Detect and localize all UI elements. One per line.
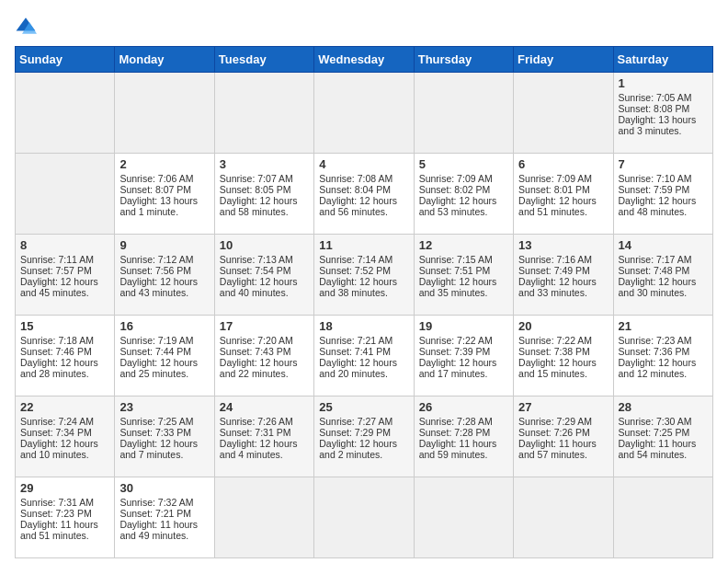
header-day-friday: Friday (514, 47, 613, 73)
day-number: 11 (319, 238, 408, 252)
calendar-week-row: 15Sunrise: 7:18 AMSunset: 7:46 PMDayligh… (16, 316, 713, 396)
calendar-cell: 30Sunrise: 7:32 AMSunset: 7:21 PMDayligh… (115, 477, 214, 558)
day-content: Sunrise: 7:11 AM (20, 254, 109, 265)
calendar-week-row: 1Sunrise: 7:05 AMSunset: 8:08 PMDaylight… (16, 73, 713, 154)
calendar-cell: 20Sunrise: 7:22 AMSunset: 7:38 PMDayligh… (514, 316, 613, 396)
calendar-cell: 14Sunrise: 7:17 AMSunset: 7:48 PMDayligh… (613, 235, 712, 316)
day-content: Sunset: 7:54 PM (220, 265, 309, 276)
day-content: Daylight: 12 hours and 43 minutes. (119, 276, 209, 298)
calendar-cell: 16Sunrise: 7:19 AMSunset: 7:44 PMDayligh… (115, 316, 214, 396)
day-content: Sunset: 8:08 PM (619, 103, 708, 114)
day-number: 7 (619, 157, 708, 171)
calendar-cell (414, 477, 513, 558)
day-content: Daylight: 12 hours and 58 minutes. (220, 195, 309, 217)
day-content: Sunset: 7:33 PM (119, 427, 209, 438)
calendar-cell: 21Sunrise: 7:23 AMSunset: 7:36 PMDayligh… (613, 316, 712, 396)
day-content: Sunset: 7:44 PM (119, 346, 209, 357)
day-number: 17 (220, 319, 309, 333)
calendar-cell: 22Sunrise: 7:24 AMSunset: 7:34 PMDayligh… (16, 396, 115, 477)
day-content: Daylight: 13 hours and 3 minutes. (619, 114, 708, 136)
calendar-cell: 4Sunrise: 7:08 AMSunset: 8:04 PMDaylight… (314, 154, 414, 235)
day-content: Sunrise: 7:32 AM (119, 497, 209, 508)
day-content: Sunset: 7:41 PM (319, 346, 408, 357)
calendar-week-row: 2Sunrise: 7:06 AMSunset: 8:07 PMDaylight… (16, 154, 713, 235)
day-content: Daylight: 12 hours and 28 minutes. (20, 357, 109, 379)
day-number: 28 (619, 400, 708, 414)
day-number: 1 (619, 76, 708, 90)
calendar-cell: 10Sunrise: 7:13 AMSunset: 7:54 PMDayligh… (214, 235, 313, 316)
header (15, 15, 713, 37)
day-content: Sunrise: 7:28 AM (419, 416, 508, 427)
day-content: Sunset: 8:05 PM (220, 184, 309, 195)
day-number: 25 (319, 400, 408, 414)
day-content: Daylight: 12 hours and 12 minutes. (619, 357, 708, 379)
header-day-saturday: Saturday (613, 47, 712, 73)
calendar-cell (115, 73, 214, 154)
day-content: Daylight: 12 hours and 7 minutes. (119, 438, 209, 460)
day-content: Daylight: 12 hours and 33 minutes. (518, 276, 608, 298)
day-content: Daylight: 12 hours and 51 minutes. (518, 195, 608, 217)
day-content: Daylight: 11 hours and 54 minutes. (619, 438, 708, 460)
calendar-cell: 7Sunrise: 7:10 AMSunset: 7:59 PMDaylight… (613, 154, 712, 235)
day-number: 12 (419, 238, 508, 252)
calendar-cell: 11Sunrise: 7:14 AMSunset: 7:52 PMDayligh… (314, 235, 414, 316)
calendar-cell: 19Sunrise: 7:22 AMSunset: 7:39 PMDayligh… (414, 316, 513, 396)
day-content: Sunrise: 7:09 AM (419, 173, 508, 184)
header-day-wednesday: Wednesday (314, 47, 414, 73)
day-content: Sunrise: 7:27 AM (319, 416, 408, 427)
day-content: Daylight: 12 hours and 30 minutes. (619, 276, 708, 298)
day-number: 20 (518, 319, 608, 333)
day-content: Sunset: 7:57 PM (20, 265, 109, 276)
day-content: Daylight: 12 hours and 45 minutes. (20, 276, 109, 298)
calendar-cell: 28Sunrise: 7:30 AMSunset: 7:25 PMDayligh… (613, 396, 712, 477)
day-content: Daylight: 11 hours and 49 minutes. (119, 519, 209, 541)
calendar-cell: 12Sunrise: 7:15 AMSunset: 7:51 PMDayligh… (414, 235, 513, 316)
day-content: Sunrise: 7:26 AM (220, 416, 309, 427)
calendar-cell (214, 477, 313, 558)
day-content: Daylight: 12 hours and 48 minutes. (619, 195, 708, 217)
day-content: Sunrise: 7:08 AM (319, 173, 408, 184)
calendar-cell: 24Sunrise: 7:26 AMSunset: 7:31 PMDayligh… (214, 396, 313, 477)
day-content: Sunset: 7:25 PM (619, 427, 708, 438)
calendar-cell (16, 73, 115, 154)
day-content: Daylight: 12 hours and 40 minutes. (220, 276, 309, 298)
header-day-tuesday: Tuesday (214, 47, 313, 73)
day-content: Sunset: 7:31 PM (220, 427, 309, 438)
day-content: Sunrise: 7:13 AM (220, 254, 309, 265)
day-number: 5 (419, 157, 508, 171)
day-content: Sunset: 7:56 PM (119, 265, 209, 276)
day-content: Sunset: 8:07 PM (119, 184, 209, 195)
header-day-monday: Monday (115, 47, 214, 73)
day-content: Sunrise: 7:22 AM (518, 335, 608, 346)
day-content: Sunrise: 7:29 AM (518, 416, 608, 427)
calendar-cell: 23Sunrise: 7:25 AMSunset: 7:33 PMDayligh… (115, 396, 214, 477)
day-content: Sunset: 7:59 PM (619, 184, 708, 195)
day-number: 4 (319, 157, 408, 171)
day-content: Daylight: 12 hours and 2 minutes. (319, 438, 408, 460)
calendar-header: SundayMondayTuesdayWednesdayThursdayFrid… (16, 47, 713, 73)
day-content: Daylight: 12 hours and 22 minutes. (220, 357, 309, 379)
day-content: Daylight: 12 hours and 38 minutes. (319, 276, 408, 298)
day-content: Daylight: 11 hours and 57 minutes. (518, 438, 608, 460)
day-number: 22 (20, 400, 109, 414)
day-number: 9 (119, 238, 209, 252)
day-content: Sunset: 7:46 PM (20, 346, 109, 357)
calendar-cell (16, 154, 115, 235)
logo (15, 15, 40, 37)
day-number: 26 (419, 400, 508, 414)
day-content: Sunrise: 7:16 AM (518, 254, 608, 265)
calendar-cell (514, 477, 613, 558)
day-number: 19 (419, 319, 508, 333)
day-content: Sunrise: 7:24 AM (20, 416, 109, 427)
day-content: Sunrise: 7:17 AM (619, 254, 708, 265)
day-content: Sunrise: 7:05 AM (619, 92, 708, 103)
calendar-cell: 15Sunrise: 7:18 AMSunset: 7:46 PMDayligh… (16, 316, 115, 396)
day-content: Sunrise: 7:21 AM (319, 335, 408, 346)
calendar-cell (314, 477, 414, 558)
day-content: Sunrise: 7:15 AM (419, 254, 508, 265)
calendar-cell: 1Sunrise: 7:05 AMSunset: 8:08 PMDaylight… (613, 73, 712, 154)
calendar-cell: 27Sunrise: 7:29 AMSunset: 7:26 PMDayligh… (514, 396, 613, 477)
calendar-cell: 2Sunrise: 7:06 AMSunset: 8:07 PMDaylight… (115, 154, 214, 235)
day-number: 30 (119, 481, 209, 495)
day-content: Daylight: 12 hours and 56 minutes. (319, 195, 408, 217)
